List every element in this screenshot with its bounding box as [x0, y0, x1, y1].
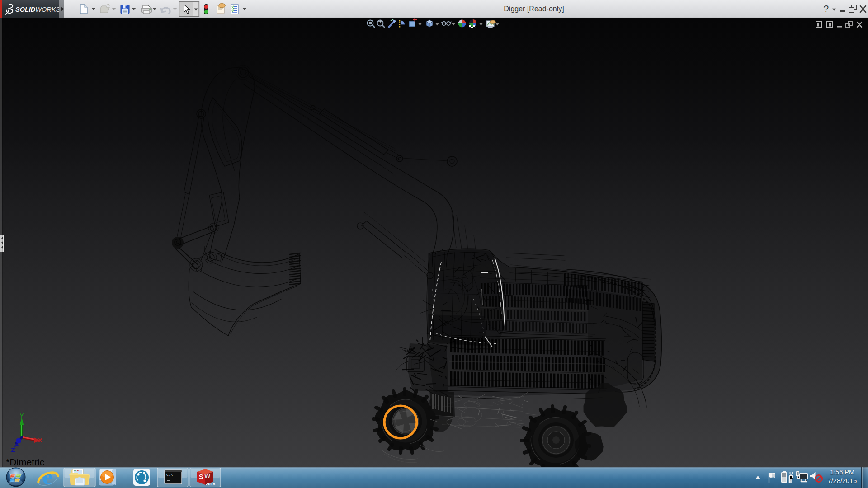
svg-text:?: ?: [823, 3, 829, 14]
svg-text:S: S: [199, 473, 203, 480]
svg-text:C:\_: C:\_: [166, 473, 175, 477]
svg-text:2015: 2015: [206, 481, 216, 486]
svg-text:W: W: [204, 472, 211, 479]
